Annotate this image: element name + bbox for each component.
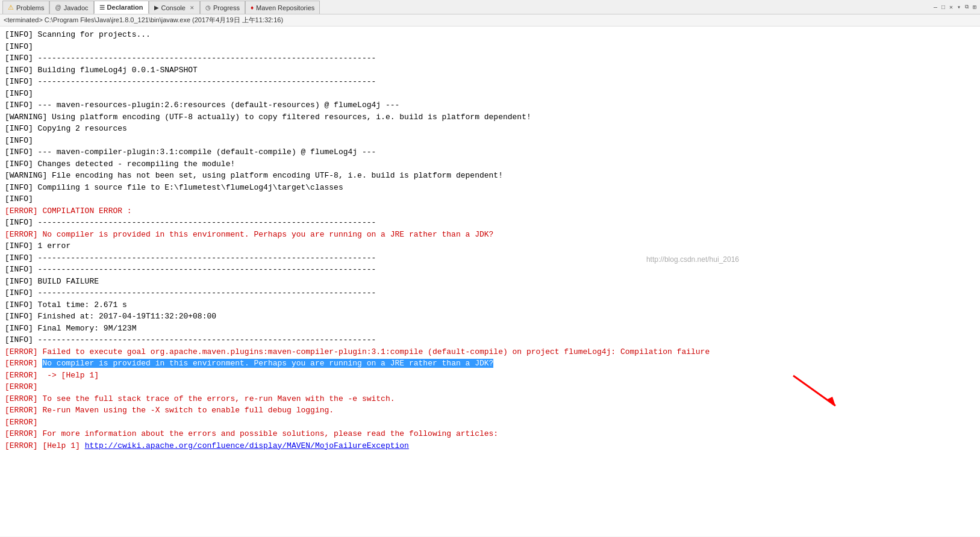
extra-button[interactable]: ⊞ <box>972 4 978 11</box>
help-link[interactable]: http://cwiki.apache.org/confluence/displ… <box>85 441 409 450</box>
maven-icon: ♦ <box>251 4 254 11</box>
highlighted-error-text: No compiler is provided in this environm… <box>42 359 493 368</box>
javadoc-icon: @ <box>55 4 61 11</box>
console-line: [ERROR] Failed to execute goal org.apach… <box>5 346 975 358</box>
console-line: [ERROR] <box>5 417 975 429</box>
close-view-button[interactable]: ✕ <box>948 4 954 11</box>
console-line: [INFO] ---------------------------------… <box>5 264 975 276</box>
console-line: [INFO] ---------------------------------… <box>5 334 975 346</box>
tab-declaration[interactable]: ☰ Declaration <box>94 1 149 14</box>
console-line: [INFO] <box>5 135 975 147</box>
console-icon: ▶ <box>154 4 159 11</box>
console-line: [WARNING] File encoding has not been set… <box>5 170 975 182</box>
warning-icon: ⚠ <box>8 4 14 11</box>
view-toolbar: — □ ✕ ▾ ⧉ ⊞ <box>932 0 978 14</box>
console-line: [ERROR] <box>5 381 975 393</box>
tab-progress[interactable]: ◷ Progress <box>200 1 245 14</box>
minimize-button[interactable]: — <box>932 4 938 11</box>
console-line: [ERROR] For more information about the e… <box>5 428 975 440</box>
console-line: [INFO] ---------------------------------… <box>5 252 975 264</box>
maximize-button[interactable]: □ <box>940 4 946 11</box>
console-line: [INFO] --- maven-compiler-plugin:3.1:com… <box>5 146 975 158</box>
console-line: [INFO] ---------------------------------… <box>5 76 975 88</box>
console-line: [ERROR] To see the full stack trace of t… <box>5 393 975 405</box>
tab-javadoc[interactable]: @ Javadoc <box>49 1 93 14</box>
console-line: [INFO] <box>5 88 975 100</box>
tab-progress-label: Progress <box>213 4 240 11</box>
console-line: [INFO] <box>5 41 975 53</box>
console-line: [ERROR] No compiler is provided in this … <box>5 229 975 241</box>
console-line: [INFO] Building flumeLog4j 0.0.1-SNAPSHO… <box>5 64 975 76</box>
console-line: [INFO] Final Memory: 9M/123M <box>5 323 975 335</box>
tab-problems[interactable]: ⚠ Problems <box>2 1 49 14</box>
console-line: [INFO] ---------------------------------… <box>5 217 975 229</box>
declaration-icon: ☰ <box>99 4 105 11</box>
console-area[interactable]: http://blog.csdn.net/hui_2016 [INFO] Sca… <box>0 26 980 536</box>
console-line: [INFO] --- maven-resources-plugin:2.6:re… <box>5 99 975 111</box>
console-line: [ERROR] [Help 1] http://cwiki.apache.org… <box>5 440 975 452</box>
console-line: [WARNING] Using platform encoding (UTF-8… <box>5 111 975 123</box>
progress-icon: ◷ <box>205 4 211 11</box>
tab-maven-repos[interactable]: ♦ Maven Repositories <box>245 1 320 14</box>
console-line: [ERROR] COMPILATION ERROR : <box>5 205 975 217</box>
pin-button[interactable]: ⧉ <box>964 4 970 10</box>
console-line: [ERROR] Re-run Maven using the -X switch… <box>5 405 975 417</box>
console-line: [INFO] ---------------------------------… <box>5 287 975 299</box>
console-line: [INFO] Scanning for projects... <box>5 29 975 41</box>
console-line: [INFO] Total time: 2.671 s <box>5 299 975 311</box>
console-line: [INFO] Compiling 1 source file to E:\flu… <box>5 182 975 194</box>
console-line: [INFO] <box>5 193 975 205</box>
terminated-text: <terminated> C:\Program Files\Java\jre1.… <box>4 16 283 25</box>
tab-maven-repos-label: Maven Repositories <box>256 4 314 11</box>
view-menu-button[interactable]: ▾ <box>956 4 962 11</box>
console-line: [INFO] 1 error <box>5 240 975 252</box>
console-line: [ERROR] No compiler is provided in this … <box>5 358 975 370</box>
tab-problems-label: Problems <box>16 4 44 11</box>
console-line: [INFO] Copying 2 resources <box>5 123 975 135</box>
console-line: [INFO] Changes detected - recompiling th… <box>5 158 975 170</box>
console-line: [INFO] BUILD FAILURE <box>5 276 975 288</box>
console-line: [INFO] Finished at: 2017-04-19T11:32:20+… <box>5 311 975 323</box>
console-line: [ERROR] -> [Help 1] <box>5 370 975 382</box>
tab-console-label: Console <box>161 4 186 11</box>
tab-javadoc-label: Javadoc <box>64 4 89 11</box>
terminated-bar: <terminated> C:\Program Files\Java\jre1.… <box>0 14 980 26</box>
console-line: [INFO] ---------------------------------… <box>5 52 975 64</box>
tab-declaration-label: Declaration <box>107 4 143 11</box>
close-icon[interactable]: ✕ <box>190 5 195 11</box>
tab-console[interactable]: ▶ Console ✕ <box>149 1 200 14</box>
